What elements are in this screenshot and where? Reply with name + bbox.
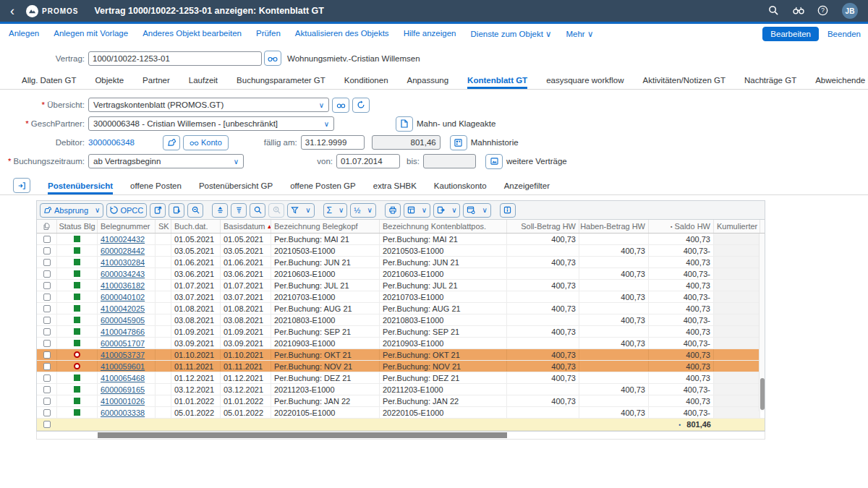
column-header-bezeichnung-belegkopf[interactable]: Bezeichnung Belegkopf (271, 220, 380, 233)
row-checkbox[interactable] (43, 386, 51, 393)
dog-icon[interactable] (163, 135, 180, 150)
menu-item-pr-fen[interactable]: Prüfen (256, 29, 281, 39)
info-button[interactable] (500, 203, 516, 218)
tab-laufzeit[interactable]: Laufzeit (189, 76, 218, 89)
row-checkbox[interactable] (43, 305, 51, 312)
vertrag-search-button[interactable] (264, 51, 281, 66)
views-button[interactable]: ∨ (404, 203, 430, 218)
row-checkbox[interactable] (43, 282, 51, 289)
menu-item-hilfe-anzeigen[interactable]: Hilfe anzeigen (404, 29, 456, 39)
document-number-link[interactable]: 4100059601 (101, 362, 145, 371)
search-icon[interactable] (768, 5, 780, 17)
vertical-scrollbar[interactable] (759, 234, 765, 411)
help-icon[interactable]: ? (817, 5, 829, 17)
document-number-link[interactable]: 4100030284 (101, 258, 145, 267)
vertrag-input[interactable] (88, 51, 262, 66)
geschpartner-select[interactable]: 3000006348 - Cristian Willemsen - [unbes… (88, 116, 334, 131)
subtab-kautionskonto[interactable]: Kautionskonto (434, 181, 487, 194)
user-avatar[interactable]: JB (842, 3, 858, 19)
row-checkbox[interactable] (43, 270, 51, 278)
mahnhistorie-link[interactable]: Mahnhistorie (471, 138, 519, 147)
menu-item-aktualisieren-des-objekts[interactable]: Aktualisieren des Objekts (295, 29, 389, 39)
row-checkbox[interactable] (43, 363, 51, 370)
print-button[interactable] (385, 203, 401, 218)
document-number-link[interactable]: 4100024432 (101, 235, 145, 244)
sort-descending-button[interactable] (231, 203, 247, 218)
tab-nachtr-ge-gt[interactable]: Nachträge GT (744, 76, 796, 89)
tab-abweichende-bemessungen[interactable]: Abweichende Bemessungen (815, 76, 868, 89)
tab-objekte[interactable]: Objekte (95, 76, 124, 89)
layout-button[interactable]: ∨ (463, 203, 490, 218)
row-checkbox[interactable] (43, 236, 51, 243)
document-number-link[interactable]: 4100065468 (101, 374, 145, 382)
column-header-haben-betrag-hw[interactable]: Haben-Betrag HW (579, 220, 649, 233)
debitor-link[interactable]: 3000006348 (88, 138, 157, 147)
column-header-saldo-hw[interactable]: ▪Saldo HW (649, 220, 714, 233)
row-checkbox[interactable] (43, 294, 51, 301)
subtab-offene-posten[interactable]: offene Posten (130, 181, 182, 194)
tab-kontenblatt-gt[interactable]: Kontenblatt GT (467, 76, 527, 89)
document-number-link[interactable]: 6000028442 (101, 247, 145, 255)
row-checkbox[interactable] (43, 398, 51, 405)
mahn-klageakte-link[interactable]: Mahn- und Klageakte (417, 119, 495, 128)
column-header-status-blg[interactable]: Status Blg (57, 220, 98, 233)
tab-buchungsparameter-gt[interactable]: Buchungsparameter GT (237, 76, 326, 89)
document-number-link[interactable]: 4100001026 (101, 397, 145, 406)
row-checkbox[interactable] (43, 374, 51, 382)
document-number-link[interactable]: 4100047866 (101, 328, 145, 336)
von-input[interactable] (336, 154, 400, 168)
row-checkbox[interactable] (43, 259, 51, 266)
zoom-details-button[interactable] (187, 203, 203, 218)
tab-aktivit-ten-notizen-gt[interactable]: Aktivitäten/Notizen GT (643, 76, 726, 89)
column-header-buch-dat-[interactable]: Buch.dat. (171, 220, 221, 233)
horizontal-scrollbar-thumb[interactable] (98, 432, 507, 438)
subtab-posten-bersicht-gp[interactable]: Postenübersicht GP (199, 181, 273, 194)
document-number-link[interactable]: 6000051707 (101, 339, 145, 348)
subtab-extra-shbk[interactable]: extra SHBK (373, 181, 417, 194)
document-number-link[interactable]: 6000069165 (101, 385, 145, 394)
row-checkbox[interactable] (43, 351, 51, 359)
display-document-button[interactable] (150, 203, 166, 218)
absprung-button[interactable]: Absprung ∨ (40, 203, 103, 218)
weitere-vertraege-icon[interactable] (485, 154, 503, 169)
tab-allg-daten-gt[interactable]: Allg. Daten GT (22, 76, 76, 89)
back-icon[interactable]: ‹ (10, 4, 14, 17)
faellig-input[interactable] (301, 135, 365, 150)
display-change-button[interactable] (332, 98, 349, 113)
column-header-bezeichnung-kontenblattpos-[interactable]: Bezeichnung Kontenblattpos. (380, 220, 507, 233)
opcc-button[interactable]: OPCC (106, 203, 147, 218)
document-number-link[interactable]: 6000034243 (101, 270, 145, 278)
menu-item-anlegen-mit-vorlage[interactable]: Anlegen mit Vorlage (54, 29, 128, 39)
bearbeiten-button[interactable]: Bearbeiten (762, 27, 819, 41)
collapse-icon[interactable] (13, 178, 30, 193)
weitere-vertraege-link[interactable]: weitere Verträge (506, 157, 567, 166)
menu-item-anlegen[interactable]: Anlegen (9, 29, 39, 39)
refresh-icon[interactable] (352, 98, 370, 113)
tab-konditionen[interactable]: Konditionen (344, 76, 388, 89)
row-checkbox[interactable] (43, 317, 51, 324)
mahnhistorie-icon[interactable] (450, 135, 467, 150)
tab-easysquare-workflow[interactable]: easysquare workflow (546, 76, 624, 89)
subtab-posten-bersicht[interactable]: Postenübersicht (48, 181, 113, 194)
beenden-button[interactable]: Beenden (827, 30, 861, 38)
column-header-basisdatum[interactable]: Basisdatum▲ (221, 220, 271, 233)
buchungszeitraum-select[interactable]: ab Vertragsbeginn ∨ (88, 154, 244, 168)
sum-button[interactable]: Σ∨ (323, 203, 348, 218)
horizontal-scrollbar[interactable] (36, 432, 765, 440)
menu-item-dienste-zum-objekt[interactable]: Dienste zum Objekt ∨ (471, 29, 552, 39)
subtotal-button[interactable]: ½∨ (350, 203, 376, 218)
find-button[interactable] (250, 203, 265, 218)
binoculars-icon[interactable] (793, 5, 804, 17)
document-number-link[interactable]: 4100053737 (101, 351, 145, 359)
payment-document-button[interactable] (169, 203, 184, 218)
row-checkbox[interactable] (43, 340, 51, 347)
menu-item-mehr[interactable]: Mehr ∨ (566, 29, 593, 39)
sort-ascending-button[interactable] (212, 203, 228, 218)
column-header-sk[interactable]: SK (156, 220, 171, 233)
column-header-soll-betrag-hw[interactable]: Soll-Betrag HW (507, 220, 579, 233)
row-checkbox[interactable] (43, 328, 51, 335)
subtab-offene-posten-gp[interactable]: offene Posten GP (290, 181, 356, 194)
menu-item-anderes-objekt-bearbeiten[interactable]: Anderes Objekt bearbeiten (142, 29, 242, 39)
column-header-kumulierter[interactable]: Kumulierter (714, 220, 760, 233)
select-all-header[interactable] (37, 220, 57, 233)
